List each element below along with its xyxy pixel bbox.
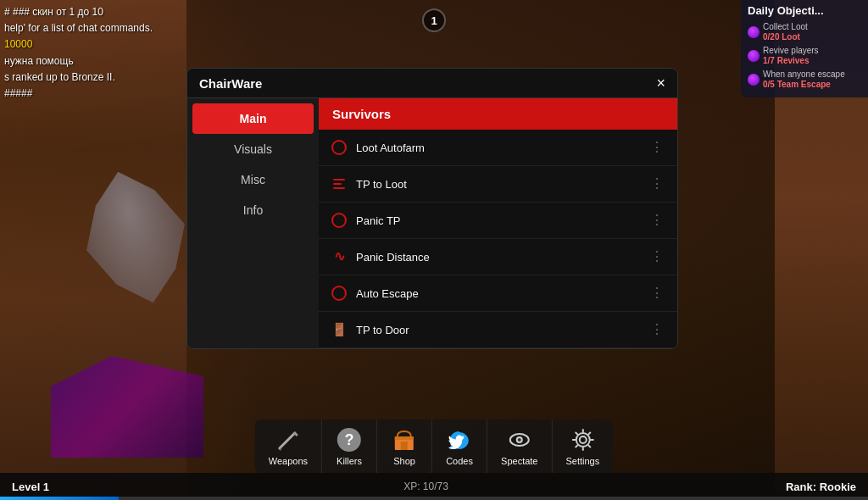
nav-main[interactable]: Main: [192, 103, 314, 134]
tp-door-icon: 🚪: [331, 321, 348, 338]
codes-label: Codes: [446, 456, 473, 466]
xp-bar-container: [0, 497, 868, 500]
loot-autofarm-dots: ⋮: [650, 144, 665, 151]
panic-distance-label: Panic Distance: [356, 251, 642, 264]
chat-line-2: help' for a list of chat commands.: [4, 20, 153, 36]
panic-tp-icon: [331, 212, 348, 229]
daily-objectives-panel: Daily Objecti... Collect Loot 0/20 Loot …: [741, 0, 868, 97]
panic-distance-icon: ∿: [331, 248, 348, 265]
svg-point-9: [579, 436, 586, 443]
feature-panic-distance[interactable]: ∿ Panic Distance ⋮: [319, 239, 677, 275]
shop-label: Shop: [393, 456, 415, 466]
tp-to-loot-dots: ⋮: [650, 181, 665, 187]
taskbar-weapons[interactable]: Weapons: [255, 419, 322, 473]
nav-misc[interactable]: Misc: [187, 164, 319, 195]
objective-gem-3: [748, 74, 760, 86]
nav-visuals[interactable]: Visuals: [187, 134, 319, 164]
loot-autofarm-label: Loot Autofarm: [356, 142, 642, 154]
modal-body: Main Visuals Misc Info Survivors Loot Au…: [187, 98, 677, 348]
chat-line-3: 10000: [4, 36, 153, 53]
objective-gem-2: [748, 50, 760, 62]
svg-rect-5: [395, 436, 414, 440]
feature-panic-tp[interactable]: Panic TP ⋮: [319, 203, 677, 239]
feature-tp-to-loot[interactable]: TP to Loot ⋮: [319, 166, 677, 203]
objective-collect-loot: Collect Loot 0/20 Loot: [748, 22, 861, 42]
content-section-header: Survivors: [319, 98, 677, 130]
feature-loot-autofarm[interactable]: Loot Autofarm ⋮: [319, 130, 677, 166]
modal-close-button[interactable]: ×: [656, 75, 665, 91]
taskbar-killers[interactable]: ? Killers: [322, 419, 377, 473]
xp-bar-fill: [0, 497, 119, 500]
chat-line-6: #####: [4, 86, 153, 102]
status-xp: XP: 10/73: [66, 481, 786, 492]
taskbar-shop[interactable]: Shop: [377, 419, 432, 473]
objective-value-3: 0/5 Team Escape: [763, 80, 845, 89]
objective-value-2: 1/7 Revives: [763, 56, 819, 65]
objective-label-2: Revive players: [763, 46, 819, 56]
nav-info[interactable]: Info: [187, 195, 319, 225]
tp-to-door-label: TP to Door: [356, 324, 642, 336]
daily-objectives-title: Daily Objecti...: [748, 4, 861, 17]
status-level: Level 1: [12, 481, 49, 493]
loot-autofarm-icon: [331, 139, 348, 156]
status-bar: Level 1 XP: 10/73 Rank: Rookie: [0, 473, 868, 500]
modal-header: ChairWare ×: [187, 69, 677, 98]
tp-to-loot-label: TP to Loot: [356, 178, 642, 191]
killers-label: Killers: [337, 456, 362, 466]
modal-content-area: Survivors Loot Autofarm ⋮ TP to Loot ⋮: [319, 98, 677, 348]
objective-revive: Revive players 1/7 Revives: [748, 46, 861, 65]
killers-icon: ?: [336, 426, 363, 453]
weapons-icon: [275, 426, 302, 453]
tp-to-door-dots: ⋮: [650, 326, 665, 333]
panic-tp-label: Panic TP: [356, 214, 642, 227]
feature-auto-escape[interactable]: Auto Escape ⋮: [319, 275, 677, 312]
auto-escape-label: Auto Escape: [356, 287, 642, 300]
status-rank: Rank: Rookie: [786, 481, 856, 493]
chat-line-4: нужна помощь: [4, 53, 153, 69]
chat-line-5: s ranked up to Bronze II.: [4, 69, 153, 86]
settings-label: Settings: [565, 456, 599, 466]
taskbar-settings[interactable]: Settings: [552, 419, 613, 473]
settings-icon: [569, 426, 596, 453]
objective-value-1: 0/20 Loot: [763, 32, 808, 42]
svg-point-10: [576, 433, 589, 447]
modal-title: ChairWare: [199, 76, 262, 91]
objective-gem-1: [748, 26, 760, 38]
shop-icon: [391, 426, 418, 453]
modal-sidebar: Main Visuals Misc Info: [187, 98, 319, 348]
svg-line-2: [280, 448, 281, 450]
codes-icon: [446, 426, 473, 453]
chat-line-1: # ### скин от 1 до 10: [4, 4, 153, 20]
feature-tp-to-door[interactable]: 🚪 TP to Door ⋮: [319, 312, 677, 348]
chat-area: # ### скин от 1 до 10 help' for a list o…: [4, 4, 153, 102]
tp-loot-icon: [331, 175, 348, 192]
svg-point-8: [518, 438, 521, 442]
taskbar: Weapons ? Killers Shop Codes: [255, 419, 613, 473]
taskbar-spectate[interactable]: Spectate: [487, 419, 552, 473]
panic-distance-dots: ⋮: [650, 253, 665, 260]
svg-rect-4: [401, 442, 408, 450]
top-badge: 1: [422, 8, 446, 32]
spectate-label: Spectate: [501, 456, 537, 466]
auto-escape-dots: ⋮: [650, 290, 665, 297]
objective-label-1: Collect Loot: [763, 22, 808, 32]
spectate-icon: [506, 426, 533, 453]
taskbar-codes[interactable]: Codes: [432, 419, 487, 473]
svg-line-0: [280, 433, 295, 448]
panic-tp-dots: ⋮: [650, 217, 665, 224]
objective-label-3: When anyone escape: [763, 69, 845, 80]
weapons-label: Weapons: [269, 456, 308, 466]
objective-escape: When anyone escape 0/5 Team Escape: [748, 69, 861, 89]
chairware-modal: ChairWare × Main Visuals Misc Info Survi…: [186, 68, 678, 349]
auto-escape-icon: [331, 285, 348, 302]
